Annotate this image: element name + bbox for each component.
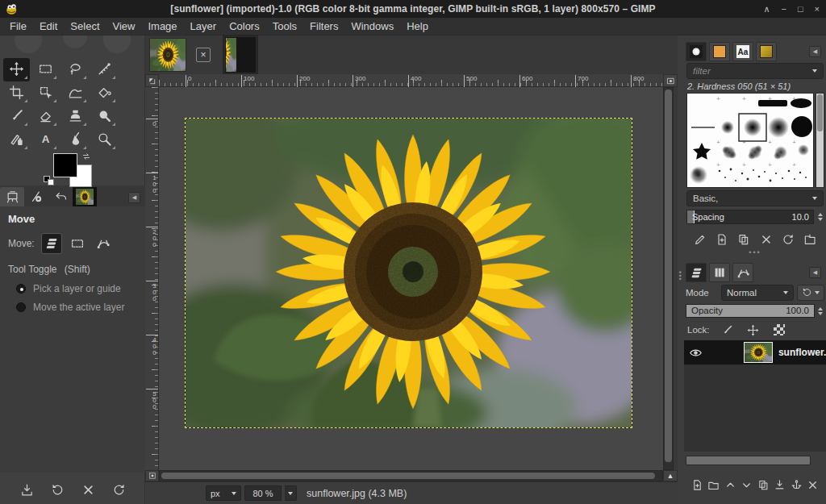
menu-colors[interactable]: Colors bbox=[223, 19, 266, 34]
dock-resize-gutter[interactable]: ••• bbox=[678, 35, 684, 504]
dock-drag-handle[interactable]: ••• bbox=[678, 271, 682, 281]
reset-tool-options-button[interactable] bbox=[109, 480, 128, 499]
brush-group-select[interactable]: Basic, bbox=[686, 190, 824, 206]
lower-layer-button[interactable] bbox=[739, 476, 756, 494]
tool-warp[interactable] bbox=[62, 81, 89, 105]
tab-layers[interactable] bbox=[686, 263, 707, 282]
new-layer-group-button[interactable] bbox=[706, 476, 723, 494]
swap-colors-icon[interactable] bbox=[81, 152, 92, 161]
edit-brush-button[interactable] bbox=[691, 231, 709, 248]
delete-tool-preset-button[interactable] bbox=[78, 480, 98, 499]
tool-bucket-fill[interactable] bbox=[91, 81, 118, 105]
tool-airbrush[interactable] bbox=[3, 128, 30, 152]
duplicate-brush-button[interactable] bbox=[735, 231, 753, 248]
tab-brushes[interactable] bbox=[686, 42, 707, 61]
move-path-button[interactable] bbox=[93, 233, 114, 254]
layer-list[interactable]: sunflower. bbox=[684, 340, 826, 452]
zoom-follow-window-toggle[interactable] bbox=[663, 74, 678, 87]
tab-device-status[interactable] bbox=[24, 187, 48, 206]
foreground-color-swatch[interactable] bbox=[53, 153, 77, 177]
move-selection-button[interactable] bbox=[67, 233, 88, 254]
tool-transform[interactable] bbox=[32, 81, 59, 105]
tool-text[interactable]: A bbox=[32, 128, 59, 152]
brush-filter-input[interactable]: filter bbox=[686, 63, 824, 79]
menu-windows[interactable]: Windows bbox=[344, 19, 400, 34]
vertical-ruler[interactable]: 0 100 200 300 400 500 bbox=[145, 87, 159, 470]
tab-patterns[interactable] bbox=[709, 42, 730, 61]
brush-grid-scrollbar-thumb[interactable] bbox=[817, 94, 823, 131]
horizontal-scrollbar[interactable] bbox=[159, 470, 663, 481]
spin-down-icon[interactable] bbox=[818, 218, 823, 221]
tool-ink[interactable] bbox=[62, 128, 89, 152]
minimize-button[interactable]: − bbox=[781, 4, 786, 14]
shade-button[interactable]: ∧ bbox=[763, 4, 770, 15]
open-brush-as-image-button[interactable] bbox=[801, 231, 819, 248]
lock-position-button[interactable] bbox=[745, 323, 761, 337]
menu-tools[interactable]: Tools bbox=[266, 19, 303, 34]
layer-list-scrollbar[interactable] bbox=[686, 456, 811, 465]
tab-undo-history[interactable] bbox=[48, 187, 73, 206]
image-tab-sunflower-closeup[interactable] bbox=[224, 36, 257, 73]
raise-layer-button[interactable] bbox=[722, 476, 739, 494]
restore-tool-preset-button[interactable] bbox=[48, 480, 67, 499]
mode-group-button[interactable] bbox=[797, 285, 824, 301]
save-tool-preset-button[interactable] bbox=[17, 480, 36, 499]
dock-splitter-handle[interactable]: ••• bbox=[684, 248, 826, 256]
menu-image[interactable]: Image bbox=[141, 19, 183, 34]
dock-tab-menu-button[interactable]: ◀ bbox=[128, 192, 140, 203]
vertical-scrollbar-thumb[interactable] bbox=[665, 90, 672, 462]
default-colors-icon[interactable] bbox=[44, 173, 54, 183]
quick-mask-toggle[interactable] bbox=[145, 470, 159, 481]
spacing-slider[interactable]: Spacing 10.0 bbox=[686, 210, 814, 224]
spin-up-icon[interactable] bbox=[818, 213, 823, 216]
tab-paths[interactable] bbox=[732, 263, 753, 282]
tab-tool-options[interactable] bbox=[0, 187, 24, 206]
tool-crop[interactable] bbox=[3, 81, 30, 105]
delete-layer-button[interactable] bbox=[805, 476, 822, 494]
tool-free-select[interactable] bbox=[62, 58, 89, 81]
tool-measure[interactable] bbox=[91, 58, 118, 81]
lock-alpha-button[interactable] bbox=[771, 323, 787, 337]
menu-view[interactable]: View bbox=[106, 19, 142, 34]
opacity-spinner[interactable] bbox=[816, 304, 824, 318]
tool-eraser[interactable] bbox=[32, 105, 59, 128]
menu-layer[interactable]: Layer bbox=[184, 19, 223, 34]
menu-help[interactable]: Help bbox=[400, 19, 435, 34]
delete-brush-button[interactable] bbox=[757, 231, 775, 248]
merge-layer-button[interactable] bbox=[772, 476, 789, 494]
tab-fonts[interactable]: Aa bbox=[732, 42, 753, 61]
tool-clone[interactable] bbox=[62, 105, 89, 128]
opacity-slider[interactable]: Opacity 100.0 bbox=[686, 304, 815, 318]
duplicate-layer-button[interactable] bbox=[755, 476, 772, 494]
layers-tab-menu-button[interactable]: ◀ bbox=[809, 267, 821, 278]
menu-edit[interactable]: Edit bbox=[33, 19, 64, 34]
brush-grid[interactable]: ++++ ++++ ++++ bbox=[686, 93, 814, 188]
tool-move[interactable] bbox=[3, 58, 30, 81]
image-tab-sunflower[interactable] bbox=[149, 38, 186, 72]
brushes-tab-menu-button[interactable]: ◀ bbox=[809, 46, 821, 57]
radio-move-active[interactable]: Move the active layer bbox=[16, 302, 137, 313]
spacing-spinner[interactable] bbox=[816, 210, 824, 224]
move-layer-button[interactable] bbox=[41, 233, 62, 254]
horizontal-ruler[interactable]: 0 100 200 300 400 500 600 700 800 bbox=[159, 74, 663, 87]
layer-visibility-toggle[interactable] bbox=[684, 346, 708, 360]
canvas-viewport[interactable] bbox=[159, 87, 663, 470]
tab-image-thumbnail[interactable] bbox=[73, 187, 97, 206]
tool-smudge[interactable] bbox=[91, 105, 118, 128]
layer-row-sunflower[interactable]: sunflower. bbox=[684, 340, 826, 364]
new-layer-button[interactable] bbox=[689, 476, 706, 494]
radio-pick-layer[interactable]: Pick a layer or guide bbox=[16, 283, 137, 294]
tool-zoom[interactable] bbox=[91, 128, 118, 152]
tab-channels[interactable] bbox=[709, 263, 730, 282]
zoom-select-button[interactable] bbox=[285, 485, 297, 501]
navigation-preview-button[interactable]: ▲ bbox=[663, 470, 678, 481]
lock-pixels-button[interactable] bbox=[720, 323, 736, 337]
vertical-scrollbar[interactable] bbox=[663, 87, 674, 470]
sunflower-image[interactable] bbox=[186, 119, 632, 427]
zoom-value[interactable]: 80 % bbox=[244, 485, 282, 501]
horizontal-scrollbar-thumb[interactable] bbox=[161, 473, 655, 479]
menu-file[interactable]: File bbox=[3, 19, 33, 34]
tab-gradients[interactable] bbox=[756, 42, 777, 61]
menu-filters[interactable]: Filters bbox=[303, 19, 344, 34]
new-brush-button[interactable] bbox=[713, 231, 731, 248]
